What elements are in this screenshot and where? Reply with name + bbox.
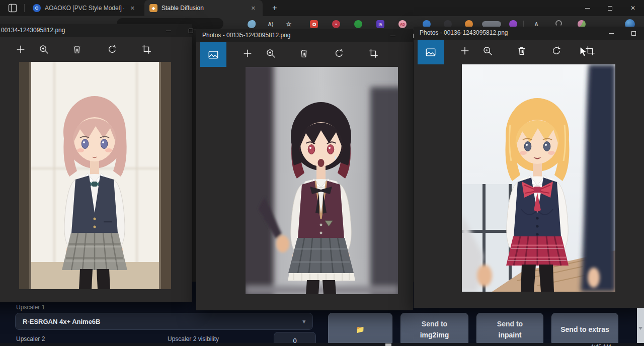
refresh-arc-icon[interactable] (555, 20, 562, 27)
photo-00135[interactable] (246, 67, 398, 294)
browser-restore-button[interactable] (599, 0, 621, 16)
upscaler1-label: Upscaler 1 (16, 304, 45, 311)
photo-00134[interactable] (19, 62, 171, 289)
delete-button[interactable] (66, 38, 88, 60)
window-title: 00134-1243095812.png (1, 27, 65, 34)
window-title: Photos - 00136-1243095812.png (420, 29, 508, 36)
stable-diffusion-favicon: ◆ (149, 4, 157, 12)
taskbar-clock: 4:45 AM (591, 343, 611, 346)
crop-button[interactable] (135, 38, 157, 60)
taskbar[interactable]: 4:45 AM (0, 343, 644, 346)
delete-button[interactable] (293, 42, 315, 64)
upscaler1-dropdown[interactable]: R-ESRGAN 4x+ Anime6B ▾ (15, 313, 313, 330)
civitai-favicon: C (33, 4, 41, 12)
window-titlebar[interactable]: Photos - 00135-1243095812.png (196, 29, 413, 42)
add-button[interactable] (236, 42, 259, 64)
zoom-button[interactable] (260, 42, 282, 64)
delete-button[interactable] (511, 40, 533, 62)
minimize-button[interactable] (381, 29, 404, 42)
browser-close-button[interactable]: ✕ (622, 0, 644, 16)
photos-window-00134: 00134-1243095812.png (0, 24, 192, 302)
maximize-button[interactable] (622, 27, 644, 40)
zoom-button[interactable] (476, 40, 499, 62)
window-titlebar[interactable]: Photos - 00136-1243095812.png (414, 27, 644, 40)
extension-icon[interactable]: IA (376, 20, 384, 28)
tray-chevron-icon[interactable] (385, 343, 391, 346)
extension-icon[interactable] (310, 20, 318, 28)
read-aloud-icon[interactable]: A⟩ (267, 20, 275, 28)
add-button[interactable] (454, 40, 476, 62)
browser-tab-civitai[interactable]: C AOAOKO [PVC Style Model] - PV ✕ (28, 0, 142, 16)
browser-minimize-button[interactable] (577, 0, 599, 16)
open-folder-button[interactable]: 📁 (328, 313, 392, 346)
photos-window-00135: Photos - 00135-1243095812.png (196, 29, 413, 310)
upscaler1-value: R-ESRGAN 4x+ Anime6B (23, 318, 100, 325)
scroll-down-icon (638, 327, 642, 330)
page-scrollbar[interactable] (637, 308, 644, 343)
chevron-down-icon: ▾ (302, 318, 305, 325)
zoom-button[interactable] (33, 38, 55, 60)
photos-window-00136: Photos - 00136-1243095812.png (414, 27, 644, 308)
tab-close-icon[interactable]: ✕ (249, 4, 258, 13)
tab-title: Stable Diffusion (162, 5, 204, 12)
see-all-photos-button[interactable] (200, 42, 226, 67)
crop-button[interactable] (362, 42, 384, 64)
window-title: Photos - 00135-1243095812.png (202, 32, 290, 39)
browser-tab-strip: C AOAOKO [PVC Style Model] - PV ✕ ◆ Stab… (0, 0, 644, 16)
rotate-button[interactable] (545, 40, 568, 62)
minimize-button[interactable] (157, 24, 180, 37)
folder-icon: 📁 (356, 324, 364, 335)
extension-icon[interactable]: AD (398, 20, 407, 28)
tab-actions-icon[interactable] (8, 4, 17, 15)
window-titlebar[interactable]: 00134-1243095812.png (0, 24, 192, 37)
send-to-img2img-button[interactable]: Send to img2img (400, 313, 468, 346)
browser-tab-stable-diffusion[interactable]: ◆ Stable Diffusion ✕ (144, 0, 263, 16)
upscaler2-visibility-label: Upscaler 2 visibility (168, 335, 219, 342)
mouse-cursor (580, 46, 588, 57)
send-to-inpaint-button[interactable]: Send to inpaint (476, 313, 543, 346)
new-tab-button[interactable]: + (267, 0, 283, 16)
photos-icon (208, 49, 219, 60)
desktop: C AOAOKO [PVC Style Model] - PV ✕ ◆ Stab… (0, 0, 644, 346)
extension-icon[interactable]: » (332, 20, 340, 28)
photo-00136[interactable] (462, 64, 615, 292)
see-all-photos-button[interactable] (418, 40, 444, 64)
tab-close-icon[interactable]: ✕ (128, 4, 137, 13)
minimize-button[interactable] (600, 27, 622, 40)
tab-title: AOAOKO [PVC Style Model] - PV (45, 5, 124, 12)
photos-icon (425, 47, 436, 58)
send-to-extras-button[interactable]: Send to extras (551, 313, 618, 346)
add-button[interactable] (10, 38, 32, 60)
extension-icon[interactable] (248, 20, 256, 28)
upscaler2-label: Upscaler 2 (16, 335, 45, 342)
rotate-button[interactable] (101, 38, 123, 60)
rotate-button[interactable] (328, 42, 350, 64)
favorites-star-icon[interactable]: ☆ (285, 20, 293, 28)
extension-icon[interactable] (354, 20, 362, 28)
tab-separator (24, 4, 25, 12)
